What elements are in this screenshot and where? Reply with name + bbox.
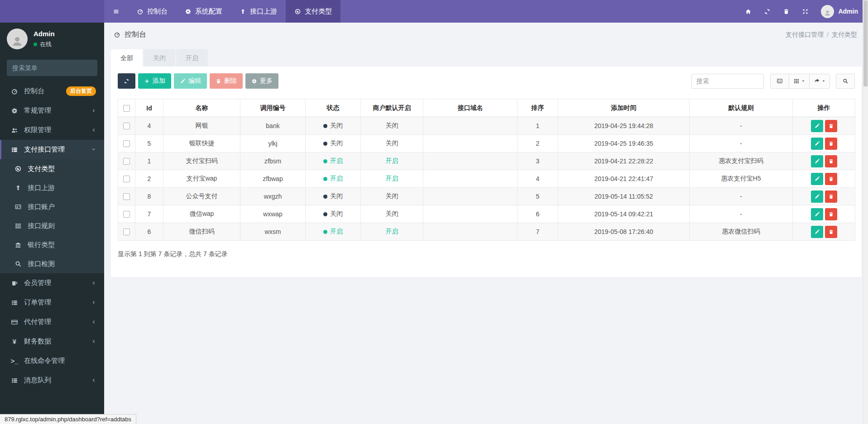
row-edit-button[interactable]: [811, 208, 823, 220]
edit-button[interactable]: 编辑: [174, 73, 207, 89]
home-nav-button[interactable]: [739, 0, 758, 23]
row-edit-button[interactable]: [811, 226, 823, 238]
row-delete-button[interactable]: [825, 120, 837, 132]
export-button[interactable]: [809, 74, 830, 89]
sidebar-subitem-接口上游: 接口上游: [0, 178, 104, 197]
delete-button[interactable]: 删除: [210, 73, 243, 89]
row-checkbox[interactable]: [123, 140, 130, 147]
row-delete-button[interactable]: [825, 226, 837, 238]
sidebar-item-label: 会员管理: [24, 279, 51, 287]
sidebar-subitem-row[interactable]: 接口规则: [0, 216, 104, 235]
row-delete-button[interactable]: [825, 155, 837, 167]
table-panel: 添加 编辑 删除 更多 Id名称调用编号状态商户默认开启接口域名排序添加时间默认…: [111, 67, 862, 277]
sidebar-toggle[interactable]: [104, 0, 128, 23]
cell-time: 2019-05-14 09:42:21: [558, 205, 690, 223]
chevron-left-icon: [91, 378, 96, 383]
cell-checkbox: [118, 188, 135, 205]
browser-status-bar: 879.rglxc.top/admin.php/dashboard?ref=ad…: [0, 414, 136, 424]
search-button[interactable]: [836, 74, 855, 89]
tab-全部[interactable]: 全部: [111, 49, 143, 67]
pencil-icon: [814, 211, 820, 217]
sidebar-subitem-row[interactable]: 接口账户: [0, 197, 104, 216]
row-checkbox[interactable]: [123, 229, 130, 235]
tab-关闭[interactable]: 关闭: [144, 49, 175, 67]
sidebar-subitem-row[interactable]: 支付类型: [0, 159, 104, 178]
sidebar-item-权限管理: 权限管理: [0, 120, 104, 140]
breadcrumb-item[interactable]: 支付接口管理: [786, 31, 824, 38]
breadcrumb-item[interactable]: 支付类型: [832, 31, 857, 38]
th-grid-icon: [793, 78, 800, 84]
export-icon: [814, 78, 820, 84]
sidebar-subitem-row[interactable]: 接口检测: [0, 254, 104, 273]
row-edit-button[interactable]: [811, 120, 823, 132]
sidebar-subitem-row[interactable]: 接口上游: [0, 178, 104, 197]
expand-nav-button[interactable]: [796, 0, 815, 23]
refresh-nav-button[interactable]: [758, 0, 777, 23]
cell-time: 2019-04-21 22:41:47: [558, 170, 690, 188]
term-icon: >_: [10, 357, 18, 365]
page-title: 控制台: [114, 30, 146, 39]
row-checkbox[interactable]: [123, 193, 130, 200]
user-menu[interactable]: Admin: [815, 5, 861, 18]
table-search-input[interactable]: [691, 74, 764, 89]
trash-icon: [828, 229, 834, 235]
table-row: 2支付宝wapzfbwap开启开启42019-04-21 22:41:47惠农支…: [118, 170, 855, 188]
row-checkbox[interactable]: [123, 158, 130, 165]
row-delete-button[interactable]: [825, 191, 837, 203]
row-edit-button[interactable]: [811, 155, 823, 167]
add-button[interactable]: 添加: [138, 73, 171, 89]
column-header-操作: 操作: [793, 99, 855, 117]
row-checkbox[interactable]: [123, 211, 130, 218]
refresh-button[interactable]: [118, 73, 135, 89]
nav-item-控制台[interactable]: 控制台: [128, 0, 176, 23]
sidebar-item-row[interactable]: 会员管理: [0, 273, 104, 293]
pencil-icon: [814, 141, 820, 147]
cell-time: 2019-04-25 19:46:35: [558, 135, 690, 152]
cell-sort: 7: [518, 223, 558, 241]
sidebar-item-row[interactable]: 消息队列: [0, 371, 104, 390]
page-scrollbar[interactable]: [863, 0, 868, 424]
expand-icon: [802, 8, 809, 15]
breadcrumb-separator: /: [827, 31, 829, 38]
columns-button[interactable]: [789, 74, 810, 89]
cell-merchant-default: 开启: [361, 223, 423, 241]
sidebar-subitem-row[interactable]: 银行类型: [0, 235, 104, 254]
sidebar-search-input[interactable]: [7, 60, 97, 76]
row-delete-button[interactable]: [825, 173, 837, 185]
sidebar-item-row[interactable]: ¥财务数据: [0, 332, 104, 351]
tab-开启[interactable]: 开启: [176, 49, 208, 67]
row-checkbox[interactable]: [123, 123, 130, 129]
sidebar-item-label: 权限管理: [24, 126, 51, 134]
sidebar-item-row[interactable]: 代付管理: [0, 312, 104, 332]
more-button[interactable]: 更多: [245, 73, 278, 89]
row-checkbox[interactable]: [123, 176, 130, 182]
sidebar-item-row[interactable]: 权限管理: [0, 120, 104, 140]
row-delete-button[interactable]: [825, 138, 837, 150]
nav-item-接口上游[interactable]: 接口上游: [231, 0, 286, 23]
row-edit-button[interactable]: [811, 138, 823, 150]
sidebar-item-row[interactable]: 支付接口管理: [0, 140, 104, 159]
select-all-checkbox[interactable]: [123, 105, 130, 112]
sidebar-item-row[interactable]: 常规管理: [0, 101, 104, 120]
detail-view-button[interactable]: [770, 74, 789, 89]
nav-item-系统配置[interactable]: 系统配置: [176, 0, 231, 23]
row-delete-button[interactable]: [825, 208, 837, 220]
sidebar-item-row[interactable]: 控制台后台首页: [0, 81, 104, 101]
main-content: 控制台 支付接口管理/支付类型 全部关闭开启 添加 编辑 删除 更多: [104, 23, 863, 424]
sidebar-item-row[interactable]: >_在线命令管理: [0, 351, 104, 371]
pay-icon: [14, 165, 22, 172]
nav-item-支付类型[interactable]: 支付类型: [286, 0, 340, 23]
row-edit-button[interactable]: [811, 173, 823, 185]
row-edit-button[interactable]: [811, 191, 823, 203]
chevron-left-icon: [91, 339, 96, 344]
scrollbar-thumb[interactable]: [863, 0, 868, 86]
sidebar-item-row[interactable]: 订单管理: [0, 293, 104, 312]
cell-checkbox: [118, 117, 135, 135]
chevd-icon: [91, 147, 96, 152]
trash-nav-button[interactable]: [777, 0, 796, 23]
table-row: 8公众号支付wxgzh关闭关闭52019-05-14 11:05:52-: [118, 188, 855, 205]
caret-down-icon: [801, 79, 805, 83]
sidebar-username: Admin: [34, 30, 55, 38]
search-icon: [14, 260, 22, 267]
cell-domain: [423, 188, 518, 205]
